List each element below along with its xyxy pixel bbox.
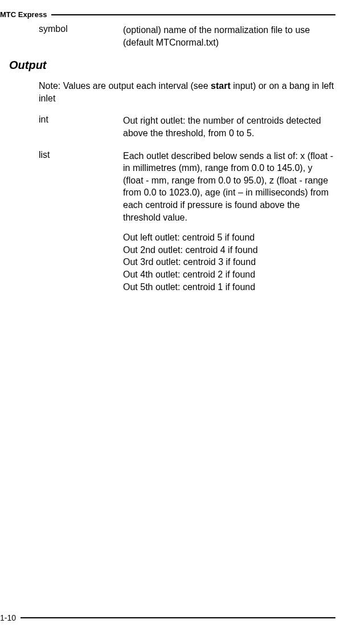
param-row-int: int Out right outlet: the number of cent… bbox=[39, 115, 334, 139]
note-bold: start bbox=[211, 81, 231, 91]
param-desc-list: Each outlet described below sends a list… bbox=[123, 150, 334, 294]
page-content: symbol (optional) name of the normalizat… bbox=[0, 24, 340, 303]
outlet-line-5: Out 5th outlet: centroid 1 if found bbox=[123, 281, 334, 294]
list-desc-main: Each outlet described below sends a list… bbox=[123, 150, 334, 224]
param-desc-int: Out right outlet: the number of centroid… bbox=[123, 115, 334, 139]
outlet-line-1: Out left outlet: centroid 5 if found bbox=[123, 231, 334, 244]
param-term-int: int bbox=[39, 115, 123, 139]
param-row-symbol: symbol (optional) name of the normalizat… bbox=[39, 24, 334, 48]
page-footer: 1-10 bbox=[0, 613, 340, 622]
outlet-line-3: Out 3rd outlet: centroid 3 if found bbox=[123, 256, 334, 268]
outlet-line-2: Out 2nd outlet: centroid 4 if found bbox=[123, 244, 334, 256]
param-row-list: list Each outlet described below sends a… bbox=[39, 150, 334, 294]
note-pre: Note: Values are output each interval (s… bbox=[39, 81, 211, 91]
footer-divider bbox=[21, 617, 335, 618]
header-divider bbox=[51, 14, 335, 15]
header-title: MTC Express bbox=[0, 10, 51, 19]
output-note: Note: Values are output each interval (s… bbox=[39, 80, 334, 104]
param-term-list: list bbox=[39, 150, 123, 294]
page-header: MTC Express bbox=[0, 10, 340, 19]
output-heading: Output bbox=[9, 59, 334, 72]
param-term-symbol: symbol bbox=[39, 24, 123, 48]
param-desc-symbol: (optional) name of the normalization fil… bbox=[123, 24, 334, 48]
outlet-list: Out left outlet: centroid 5 if found Out… bbox=[123, 231, 334, 293]
outlet-line-4: Out 4th outlet: centroid 2 if found bbox=[123, 268, 334, 281]
page-number: 1-10 bbox=[0, 613, 21, 622]
